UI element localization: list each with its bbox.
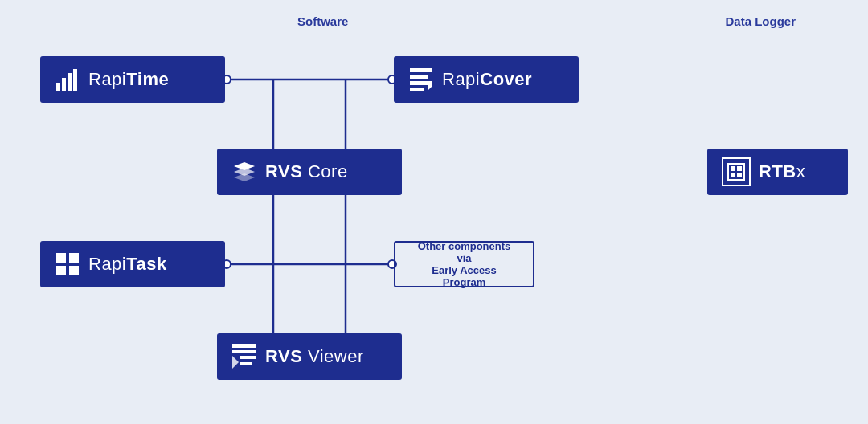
rapicover-icon [408,67,434,92]
rtbx-title: RTBx [759,161,805,182]
svg-rect-8 [56,83,60,91]
svg-rect-28 [731,173,735,177]
svg-rect-20 [69,266,79,275]
svg-rect-19 [56,266,66,275]
rapitime-icon [55,67,80,92]
svg-rect-11 [73,69,77,91]
other-components-box: Other components viaEarly Access Program [394,241,534,287]
rvsviewer-box: RVS Viewer [217,333,402,380]
other-components-text: Other components viaEarly Access Program [410,240,518,288]
svg-rect-23 [240,356,256,359]
label-datalogger: Data Logger [725,14,796,28]
label-software: Software [297,14,348,28]
svg-rect-13 [410,75,428,79]
svg-rect-22 [232,350,256,353]
svg-rect-10 [68,73,72,91]
svg-rect-18 [69,253,79,263]
rvsviewer-icon [231,344,257,369]
rapicover-box: RapiCover [394,56,579,103]
svg-rect-24 [240,362,252,365]
rapitask-box: RapiTask [40,241,225,287]
rvscore-box: RVS Core [217,149,402,195]
rtbx-icon [722,157,751,186]
svg-rect-21 [232,344,256,348]
rvsviewer-title: RVS Viewer [265,346,364,367]
diagram-container: Software Data Logger [0,0,868,424]
svg-rect-26 [731,166,735,171]
rtbx-box: RTBx [707,149,848,195]
rvscore-title: RVS Core [265,161,348,182]
rapitask-title: RapiTask [88,254,167,275]
svg-rect-17 [56,253,66,263]
rvscore-icon [231,159,257,185]
svg-rect-29 [737,173,742,177]
svg-rect-9 [62,78,66,91]
rapitime-box: RapiTime [40,56,225,103]
rapitime-title: RapiTime [88,69,169,90]
svg-rect-27 [737,166,742,171]
rapitask-icon [55,251,80,277]
svg-rect-12 [410,68,432,72]
rapicover-title: RapiCover [442,69,532,90]
svg-rect-15 [410,88,424,91]
